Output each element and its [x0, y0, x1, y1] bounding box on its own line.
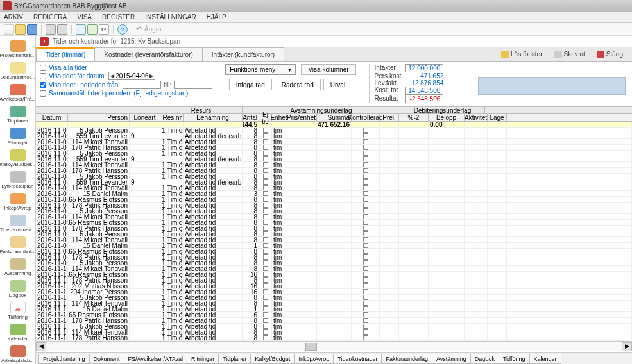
scroll-track[interactable]	[46, 342, 622, 351]
grid-body[interactable]: 2144.5471 652,160,002016-11-025 Jakob Pe…	[36, 122, 632, 341]
grid-cell[interactable]	[352, 312, 380, 317]
grid-row[interactable]: 2016-11-085 Jakob Persson1 Timlön KPArbe…	[36, 231, 632, 237]
grid-cell[interactable]	[259, 260, 272, 265]
sidebar-item-8[interactable]: Tider/Kostnad...	[1, 213, 35, 235]
menu-visa[interactable]: VISA	[77, 13, 92, 21]
grid-col-antal[interactable]: Antal	[243, 114, 259, 121]
grid-cell[interactable]	[352, 260, 380, 265]
cut-icon[interactable]: ✂	[99, 24, 109, 35]
show-columns-button[interactable]: Visa kolumner	[301, 64, 355, 75]
tab-tider--timmar-[interactable]: Tider (timmar)	[36, 47, 95, 61]
grid-col-benmning[interactable]: Benämning	[184, 114, 243, 121]
grid-cell[interactable]	[259, 128, 272, 133]
grid-cell[interactable]	[259, 266, 272, 271]
grid-col-person[interactable]: Person	[68, 114, 130, 121]
horizontal-scrollbar[interactable]: ◀ ▶	[36, 341, 632, 351]
grid-cell[interactable]	[259, 277, 272, 283]
sidebar-item-13[interactable]: Kalender	[1, 322, 35, 343]
grid-cell[interactable]	[259, 318, 272, 323]
grid-cell[interactable]	[352, 156, 380, 161]
grid-col-belopp[interactable]: Belopp	[429, 114, 465, 121]
grid-cell[interactable]	[352, 335, 380, 340]
grid-cell[interactable]	[352, 203, 380, 208]
bottom-tab-fakturaunderlag[interactable]: Fakturaunderlag	[381, 354, 432, 364]
sidebar-item-3[interactable]: Tidplaner	[1, 104, 35, 126]
filter-summary[interactable]: Sammanställ tider i perioden: (Ej redige…	[40, 90, 212, 97]
grid-cell[interactable]	[352, 214, 380, 219]
menu-inställningar[interactable]: INSTÄLLNINGAR	[145, 13, 196, 21]
sidebar-item-5[interactable]: Kalkyl/Budget...	[1, 147, 35, 169]
grid-cell[interactable]	[352, 283, 380, 288]
sidebar-item-11[interactable]: Dagbok	[1, 278, 35, 300]
grid-cell[interactable]	[352, 151, 380, 156]
tab-int-kter--kundfakturor-[interactable]: Intäkter (kundfakturor)	[202, 47, 284, 61]
grid-row[interactable]: 2016-11-075 Jakob Persson1 Timlön KPArbe…	[36, 208, 632, 214]
grid-row[interactable]: 2016-11-03178 Patrik Hansson1 Timlön KPA…	[36, 145, 632, 151]
grid-cell[interactable]	[259, 151, 272, 156]
print-icon[interactable]	[46, 24, 56, 35]
filter-period[interactable]: Visa tider i perioden från: till:	[40, 81, 212, 89]
bottom-tab-tidplaner[interactable]: Tidplaner	[218, 354, 251, 364]
help-icon[interactable]: ?	[117, 24, 128, 35]
grid-row[interactable]: 2016-11-08178 Patrik Hansson1 Timlön KPA…	[36, 226, 632, 231]
grid-cell[interactable]	[259, 208, 272, 213]
bottom-tab-dokument[interactable]: Dokument	[89, 354, 124, 364]
menu-arkiv[interactable]: ARKIV	[4, 13, 23, 21]
grid-col-prisenhet[interactable]: Pris/enhet	[286, 114, 317, 121]
grid-col-kontrollerad[interactable]: Kontrollerad	[352, 114, 380, 121]
grid-col-lge[interactable]: Läge	[488, 114, 507, 121]
grid-col-prel[interactable]: Prel.	[380, 114, 399, 121]
date-next-icon[interactable]: ▶	[149, 73, 153, 79]
sidebar-item-0[interactable]: Projekthanteri...	[1, 38, 35, 60]
grid-cell[interactable]	[259, 156, 272, 161]
grid-row[interactable]: 2016-11-08165 Rasmus Elofsson1 Timlön KP…	[36, 220, 632, 226]
grid-cell[interactable]	[352, 329, 380, 335]
grid-cell[interactable]	[352, 220, 380, 225]
menu-hjälp[interactable]: HJÄLP	[207, 13, 226, 21]
grid-cell[interactable]	[352, 295, 380, 300]
grid-cell[interactable]	[259, 335, 272, 340]
filter-period-checkbox[interactable]	[40, 82, 46, 88]
undo-label[interactable]: Ångra	[144, 26, 162, 33]
bottom-tab-kalkylbudget[interactable]: Kalkyl/Budget	[250, 354, 295, 364]
new-icon[interactable]	[4, 24, 14, 35]
grid-cell[interactable]	[352, 301, 380, 306]
grid-row[interactable]: 2016-11-09165 Rasmus Elofsson1 Timlön KP…	[36, 249, 632, 254]
sidebar-item-9[interactable]: Fakturaunderl...	[1, 235, 35, 256]
grid-row[interactable]: 2016-11-0715 Daniel Malm1 Timlön KPArbet…	[36, 191, 632, 197]
grid-cell[interactable]	[259, 312, 272, 317]
grid-row[interactable]: 2016-11-105 Jakob Persson1 Timlön KPArbe…	[36, 295, 632, 301]
grid-cell[interactable]	[352, 128, 380, 133]
filter-all-checkbox[interactable]	[40, 65, 46, 71]
filter-date-checkbox[interactable]	[40, 73, 46, 79]
grid-cell[interactable]	[259, 162, 272, 167]
grid-cell[interactable]	[259, 254, 272, 260]
grid-cell[interactable]	[352, 237, 380, 242]
grid-cell[interactable]	[352, 133, 380, 138]
grid-cell[interactable]	[259, 203, 272, 208]
bottom-tab-dagbok[interactable]: Dagbok	[470, 354, 499, 364]
grid-row[interactable]: 2016-11-14178 Patrik Hansson1 Timlön KPA…	[36, 335, 632, 341]
copy-icon[interactable]	[76, 24, 86, 35]
scroll-left-button[interactable]: ◀	[36, 342, 46, 351]
grid-row[interactable]: 2016-11-115 Jakob Persson1 Timlön KPArbe…	[36, 324, 632, 329]
grid-row[interactable]: 2016-11-10178 Patrik Hansson1 Timlön KPA…	[36, 277, 632, 283]
grid-cell[interactable]	[259, 191, 272, 196]
menu-register[interactable]: REGISTER	[102, 13, 135, 21]
grid-cell[interactable]	[352, 254, 380, 260]
grid-col-[interactable]: %-2	[399, 114, 429, 121]
grid-row[interactable]: 2016-11-11114 Mikael Tengvall1 Timlön KP…	[36, 301, 632, 306]
grid-row[interactable]: 2016-11-07165 Rasmus Elofsson1 Timlön KP…	[36, 197, 632, 203]
grid-cell[interactable]	[352, 289, 380, 294]
grid-row[interactable]: 2016-11-10114 Mikael Tengvall1 Timlön KP…	[36, 266, 632, 272]
insert-row-button[interactable]: Infoga rad	[229, 79, 272, 90]
sidebar-item-7[interactable]: Inköp/Avrop	[1, 191, 35, 213]
grid-row[interactable]: 2016-11-09178 Patrik Hansson1 Timlön KPA…	[36, 254, 632, 260]
bottom-tab-ritningar[interactable]: Ritningar	[187, 354, 219, 364]
grid-row[interactable]: 2016-11-04559 Tim Levander9Arbetad tid (…	[36, 179, 632, 185]
undo-icon[interactable]: ↶	[136, 25, 142, 33]
grid-cell[interactable]	[259, 226, 272, 231]
filter-all[interactable]: Visa alla tider	[40, 64, 212, 71]
bottom-tab-fsavvikelsertaval[interactable]: FS/Avvikelser/ÄTAval	[124, 354, 188, 364]
grid-cell[interactable]	[259, 306, 272, 311]
